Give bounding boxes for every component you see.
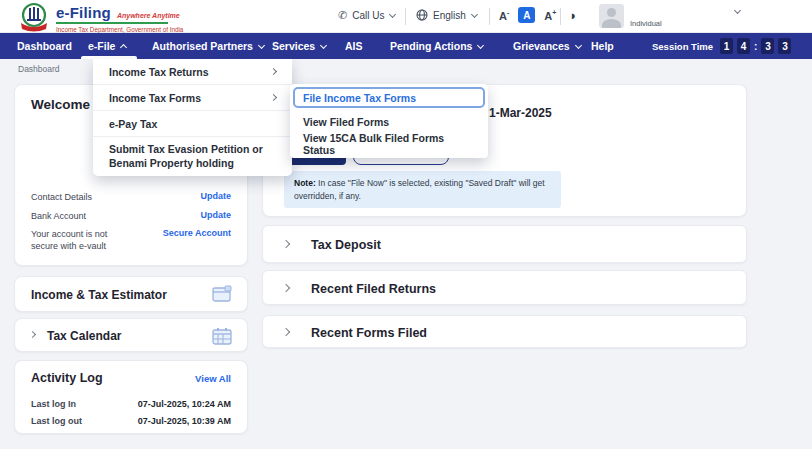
nav-pending-actions[interactable]: Pending Actions <box>390 40 483 52</box>
bank-account-row: Bank Account Update <box>31 210 231 222</box>
accordion-recent-filed-returns[interactable]: Recent Filed Returns <box>262 270 747 305</box>
bank-account-update-link[interactable]: Update <box>200 210 231 222</box>
nav-label: AIS <box>345 40 363 52</box>
activity-log-title: Activity Log <box>31 371 103 385</box>
nav-label: Grievances <box>513 40 570 52</box>
last-logout-label: Last log out <box>31 416 82 426</box>
header-divider <box>405 8 406 25</box>
nav-ais[interactable]: AIS <box>345 40 363 52</box>
header-divider <box>560 8 561 25</box>
income-tax-estimator-card[interactable]: Income & Tax Estimator <box>14 276 248 312</box>
submenu-item-label: View Filed Forms <box>303 116 389 128</box>
menu-item-label: Submit Tax Evasion Petition or Benami Pr… <box>109 142 276 170</box>
menu-item-label: Income Tax Forms <box>109 92 201 104</box>
header-divider <box>489 8 490 25</box>
submenu-file-income-tax-forms[interactable]: File Income Tax Forms <box>293 87 485 108</box>
phone-icon: ✆ <box>338 9 347 22</box>
contact-details-row: Contact Details Update <box>31 191 231 203</box>
chevron-down-icon <box>471 10 478 17</box>
submenu-view-filed-forms[interactable]: View Filed Forms <box>290 111 488 133</box>
profile-chevron-down-icon[interactable] <box>734 7 741 14</box>
submenu-item-label: File Income Tax Forms <box>303 92 416 104</box>
note-box: Note: In case "File Now" is selected, ex… <box>284 171 561 208</box>
chevron-right-icon <box>282 284 290 292</box>
font-size-controls: A- A A+ <box>499 7 556 23</box>
menu-item-label: Income Tax Returns <box>109 66 209 78</box>
menu-income-tax-returns[interactable]: Income Tax Returns <box>93 59 292 85</box>
last-logout-value: 07-Jul-2025, 10:39 AM <box>138 416 231 426</box>
department-subtitle: Income Tax Department, Government of Ind… <box>56 26 183 33</box>
calendar-icon <box>211 327 233 346</box>
language-label: English <box>433 10 466 21</box>
brand-tagline: Anywhere Anytime <box>117 12 180 19</box>
nav-label: Help <box>591 40 614 52</box>
menu-epay-tax[interactable]: e-Pay Tax <box>93 111 292 137</box>
call-us-menu[interactable]: ✆ Call Us <box>338 9 395 22</box>
chevron-down-icon <box>389 11 396 18</box>
submenu-arrow-icon <box>270 68 277 75</box>
call-us-label: Call Us <box>352 10 384 21</box>
contact-details-update-link[interactable]: Update <box>200 191 231 203</box>
evault-status-label: Your account is not secure with e-vault <box>31 228 136 252</box>
accordion-tax-deposit[interactable]: Tax Deposit <box>262 225 747 263</box>
session-colon: : <box>754 41 757 52</box>
nav-dashboard[interactable]: Dashboard <box>17 40 72 52</box>
secure-account-link[interactable]: Secure Account <box>163 228 231 252</box>
nav-label: Authorised Partners <box>152 40 253 52</box>
estimator-title: Income & Tax Estimator <box>31 288 167 302</box>
menu-submit-tax-evasion-petition[interactable]: Submit Tax Evasion Petition or Benami Pr… <box>93 137 292 176</box>
breadcrumb[interactable]: Dashboard <box>18 64 60 74</box>
font-decrease-button[interactable]: A- <box>499 9 509 22</box>
menu-income-tax-forms[interactable]: Income Tax Forms <box>93 85 292 111</box>
chevron-down-icon <box>258 41 265 48</box>
nav-efile[interactable]: e-File <box>88 40 126 52</box>
font-increase-button[interactable]: A+ <box>544 9 556 22</box>
welcome-title: Welcome <box>31 97 90 112</box>
nav-label: Pending Actions <box>390 40 472 52</box>
nav-label: Services <box>272 40 315 52</box>
session-digit: 1 <box>720 38 733 54</box>
session-timer: Session Time 1 4 : 3 3 <box>652 38 791 54</box>
recent-forms-filed-title: Recent Forms Filed <box>311 326 427 340</box>
tax-calendar-card[interactable]: Tax Calendar <box>14 318 248 352</box>
estimator-icon <box>211 285 233 304</box>
globe-icon <box>416 9 428 21</box>
last-login-label: Last log In <box>31 399 76 409</box>
nav-authorised-partners[interactable]: Authorised Partners <box>152 40 264 52</box>
income-tax-forms-submenu: File Income Tax Forms View Filed Forms V… <box>290 84 488 158</box>
top-header: e-Filing Anywhere Anytime Income Tax Dep… <box>0 0 812 33</box>
chevron-down-icon <box>575 41 582 48</box>
brand-title: e-Filing <box>56 4 111 21</box>
last-login-value: 07-Jul-2025, 10:24 AM <box>138 399 231 409</box>
session-digit: 3 <box>761 38 774 54</box>
accordion-recent-forms-filed[interactable]: Recent Forms Filed <box>262 315 747 348</box>
font-normal-button[interactable]: A <box>518 7 535 23</box>
main-navbar: Dashboard e-File Authorised Partners Ser… <box>0 33 812 59</box>
logo-underline <box>56 22 168 24</box>
contrast-toggle-icon[interactable]: ◑ <box>568 8 576 23</box>
avatar-body <box>602 19 621 28</box>
submenu-view-15ca-bulk-status[interactable]: View 15CA Bulk Filed Forms Status <box>290 133 488 155</box>
view-all-link[interactable]: View All <box>195 373 231 384</box>
user-avatar[interactable] <box>599 4 624 28</box>
nav-help[interactable]: Help <box>591 40 614 52</box>
nav-label: e-File <box>88 40 115 52</box>
chevron-right-icon <box>29 331 36 338</box>
profile-role-label: Individual <box>630 19 662 28</box>
nav-services[interactable]: Services <box>272 40 326 52</box>
tax-deposit-title: Tax Deposit <box>311 238 381 252</box>
language-menu[interactable]: English <box>416 9 477 21</box>
submenu-arrow-icon <box>270 94 277 101</box>
efile-dropdown-menu: Income Tax Returns Income Tax Forms e-Pa… <box>93 59 292 176</box>
tax-calendar-title: Tax Calendar <box>47 329 121 343</box>
chevron-down-icon <box>477 41 484 48</box>
evault-row: Your account is not secure with e-vault … <box>31 228 231 252</box>
efiling-logo: e-Filing Anywhere Anytime Income Tax Dep… <box>56 4 183 33</box>
last-logout-row: Last log out 07-Jul-2025, 10:39 AM <box>31 416 231 426</box>
india-emblem-logo <box>18 2 50 32</box>
chevron-right-icon <box>282 240 290 248</box>
session-time-label: Session Time <box>652 41 713 52</box>
bank-account-label: Bank Account <box>31 210 151 222</box>
note-text: In case "File Now" is selected, existing… <box>294 178 545 201</box>
nav-grievances[interactable]: Grievances <box>513 40 581 52</box>
